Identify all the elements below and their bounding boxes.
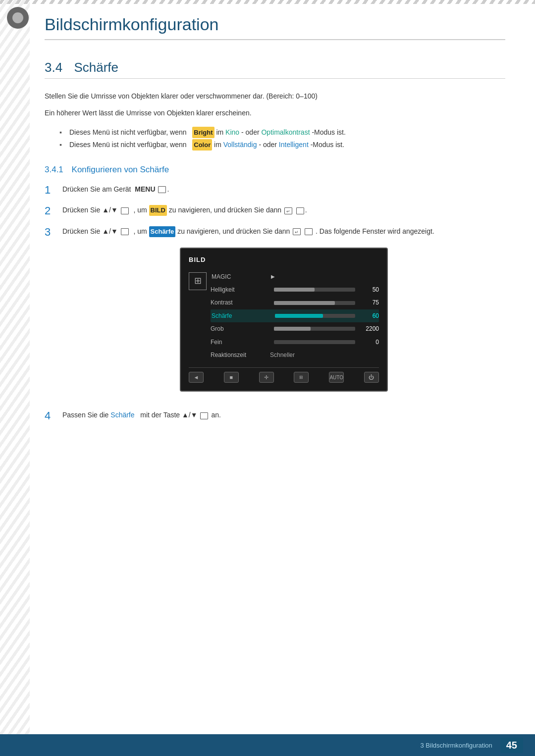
osd-fein-value: 0	[359, 337, 379, 347]
osd-btn-plus-group: ✛	[259, 372, 274, 383]
step-number-4: 4	[45, 409, 62, 422]
menu-key: MENU	[135, 185, 155, 193]
description2: Ein höherer Wert lässt die Umrisse von O…	[45, 107, 505, 119]
description1: Stellen Sie die Umrisse von Objekten kla…	[45, 91, 505, 102]
bullet2-intelligent: Intelligent	[279, 141, 309, 149]
main-content: Bildschirmkonfiguration 3.4 Schärfe Stel…	[35, 0, 535, 470]
osd-scharfe-value: 60	[359, 311, 379, 321]
osd-btn-power-group: ⏻	[364, 372, 379, 383]
osd-fein-label: Fein	[211, 337, 270, 347]
bullet1-optimalkontrast: Optimalkontrast	[261, 128, 310, 136]
osd-sidebar: ⊞	[189, 270, 207, 292]
osd-menu: ⊞ MAGIC ▶ Helligkeit	[189, 270, 379, 362]
enter-icon-3: ↵	[293, 228, 301, 235]
osd-row-magic-label: MAGIC	[212, 272, 271, 282]
subsection-number: 3.4.1	[45, 165, 63, 174]
step-text-4: Passen Sie die Schärfe mit der Taste ▲/▼…	[62, 409, 505, 421]
osd-row-helligkeit: Helligkeit 50	[211, 283, 379, 296]
steps-list: 1 Drücken Sie am Gerät MENU . 2 Drücken …	[45, 184, 505, 423]
osd-bottom-bar: ◄ ■ ✛ ⊞ AUTO	[189, 367, 379, 383]
osd-btn-source[interactable]: ⊞	[294, 372, 309, 383]
step-number-1: 1	[45, 184, 62, 197]
osd-btn-menu-group: ■	[224, 372, 239, 383]
osd-row-scharfe: Schärfe 60	[211, 309, 379, 322]
osd-btn-back-group: ◄	[189, 372, 204, 383]
sub-section-heading: 3.4.1 Konfigurier​en von Schärfe	[45, 165, 505, 175]
subsection-title: Konfigurier​en von Schärfe	[72, 165, 169, 174]
osd-scharfe-label: Schärfe	[212, 311, 271, 321]
bullet2-sep: - oder	[259, 141, 278, 149]
page-title: Bildschirmkonfiguration	[45, 15, 505, 40]
bullet-list: Dieses Menü ist nicht verfügbar, wenn Br…	[59, 126, 505, 151]
square-icon-1	[158, 186, 166, 193]
osd-btn-back[interactable]: ◄	[189, 372, 204, 383]
osd-row-reaktionszeit: Reaktionszeit Schneller	[211, 349, 379, 361]
logo-circle	[7, 7, 29, 29]
osd-scharfe-fill	[275, 314, 323, 318]
osd-kontrast-bar	[274, 301, 355, 305]
osd-fein-bar	[274, 340, 355, 344]
bullet1-sep: - oder	[241, 128, 261, 136]
step-number-3: 3	[45, 226, 62, 239]
bullet1-suffix: -Modus ist.	[312, 128, 345, 136]
step-text-3: Drücken Sie ▲/▼ , um Schärfe zu navigier…	[62, 226, 505, 402]
top-stripe	[0, 0, 535, 4]
bullet2-vollstandig: Vollständig	[223, 141, 257, 149]
osd-btn-power[interactable]: ⏻	[364, 372, 379, 383]
osd-grob-fill	[274, 327, 311, 331]
square-icon-3b	[305, 228, 313, 235]
osd-btn-plus[interactable]: ✛	[259, 372, 274, 383]
osd-helligkeit-label: Helligkeit	[211, 285, 270, 295]
bullet1-prefix: Dieses Menü ist nicht verfügbar, wenn	[69, 128, 187, 136]
square-icon-2b	[296, 207, 304, 214]
bullet-item-2: Dieses Menü ist nicht verfügbar, wenn Co…	[59, 139, 505, 151]
bullet2-prefix: Dieses Menü ist nicht verfügbar, wenn	[69, 141, 187, 149]
bullet2-suffix: -Modus ist.	[311, 141, 344, 149]
bullet1-bright: Bright	[192, 127, 214, 138]
osd-row-grob: Grob 2200	[211, 322, 379, 335]
footer-text: 3 Bildschirmkonfiguration	[421, 742, 492, 749]
osd-display: BILD ⊞ MAGIC ▶	[180, 248, 388, 392]
step-3: 3 Drücken Sie ▲/▼ , um Schärfe zu navigi…	[45, 226, 505, 402]
osd-grob-bar	[274, 327, 355, 331]
section-title: Schärfe	[74, 60, 118, 75]
square-icon-4	[200, 412, 208, 419]
osd-btn-menu[interactable]: ■	[224, 372, 239, 383]
osd-title: BILD	[189, 254, 379, 265]
osd-helligkeit-fill	[274, 288, 315, 292]
osd-btn-auto[interactable]: AUTO	[329, 372, 344, 383]
osd-row-magic-arrow: ▶	[271, 272, 275, 281]
section-number: 3.4	[45, 60, 62, 75]
osd-helligkeit-bar	[274, 288, 355, 292]
scharfe-highlight: Schärfe	[149, 226, 176, 237]
osd-grob-label: Grob	[211, 324, 270, 334]
osd-btn-source-group: ⊞	[294, 372, 309, 383]
bullet2-color: Color	[192, 139, 212, 151]
bullet-item-1: Dieses Menü ist nicht verfügbar, wenn Br…	[59, 126, 505, 139]
square-icon-2a	[121, 207, 129, 214]
step-number-2: 2	[45, 204, 62, 217]
bullet1-kino: Kino	[225, 128, 239, 136]
footer: 3 Bildschirmkonfiguration 45	[0, 734, 535, 756]
bild-highlight: BILD	[149, 205, 167, 216]
step-text-1: Drücken Sie am Gerät MENU .	[62, 184, 505, 196]
footer-page-number: 45	[500, 738, 523, 753]
osd-sidebar-icon: ⊞	[189, 272, 207, 290]
step-4: 4 Passen Sie die Schärfe mit der Taste ▲…	[45, 409, 505, 422]
enter-icon-2: ↵	[284, 207, 292, 214]
left-accent	[0, 0, 30, 756]
osd-reaktionszeit-value: Schneller	[270, 350, 295, 360]
osd-row-magic: MAGIC ▶	[211, 270, 379, 283]
osd-scharfe-bar	[275, 314, 355, 318]
osd-kontrast-fill	[274, 301, 335, 305]
step-1: 1 Drücken Sie am Gerät MENU .	[45, 184, 505, 197]
step-2: 2 Drücken Sie ▲/▼ , um BILD zu navigiere…	[45, 204, 505, 217]
osd-row-fein: Fein 0	[211, 336, 379, 349]
osd-rows: MAGIC ▶ Helligkeit 50	[211, 270, 379, 362]
step4-scharfe: Schärfe	[110, 411, 134, 419]
square-icon-3a	[121, 228, 129, 235]
osd-kontrast-value: 75	[359, 298, 379, 307]
osd-grob-value: 2200	[359, 324, 379, 334]
osd-reaktionszeit-label: Reaktionszeit	[211, 350, 270, 360]
step-text-2: Drücken Sie ▲/▼ , um BILD zu navigieren,…	[62, 204, 505, 216]
